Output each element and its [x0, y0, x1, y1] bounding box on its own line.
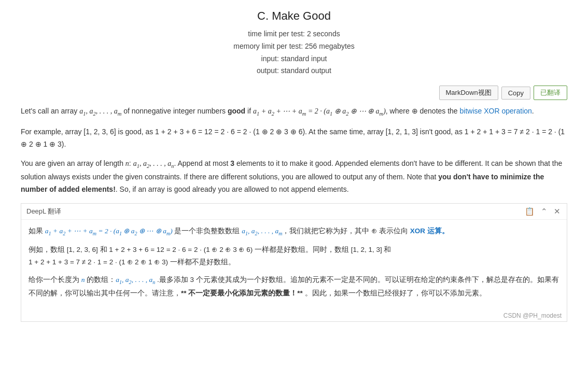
translation-up-icon[interactable]: ⌃: [540, 207, 549, 216]
problem-title: C. Make Good: [21, 9, 567, 23]
paragraph-2: For example, array [1, 2, 3, 6] is good,…: [21, 126, 567, 151]
translation-header-icons: 📋 ⌃ ✕: [524, 207, 562, 216]
math-n: n: [125, 160, 129, 167]
cn-xor: XOR 运算。: [410, 227, 449, 235]
translation-copy-icon[interactable]: 📋: [524, 207, 536, 216]
translation-header: DeepL 翻译 📋 ⌃ ✕: [21, 204, 567, 220]
paragraph-3: You are given an array of length n: a1, …: [21, 158, 567, 195]
time-limit: time limit per test: 2 seconds: [21, 28, 567, 40]
cn-math-2: a1, a2, . . . , am: [242, 227, 282, 235]
math-condition: a1 + a2 + ⋯ + am = 2 · (a1 ⊕ a2 ⊕ ⋯ ⊕ am…: [253, 107, 386, 115]
translation-content: 如果 a1 + a2 + ⋯ + am = 2 · (a1 ⊕ a2 ⊕ ⋯ ⊕…: [21, 220, 567, 310]
cn-paragraph-3: 给你一个长度为 n 的数组：a1, a2, . . . , an .最多添加 3…: [29, 274, 559, 300]
memory-limit: memory limit per test: 256 megabytes: [21, 40, 567, 53]
main-content: C. Make Good time limit per test: 2 seco…: [0, 0, 588, 322]
toolbar: MarkDown视图 Copy 已翻译: [21, 86, 567, 100]
math-array: a1, a2, . . . , an: [133, 160, 174, 167]
cn-paragraph-1: 如果 a1 + a2 + ⋯ + am = 2 · (a1 ⊕ a2 ⊕ ⋯ ⊕…: [29, 225, 559, 238]
cn-paragraph-2: 例如，数组 [1, 2, 3, 6] 和 1 + 2 + 3 + 6 = 12 …: [29, 244, 559, 269]
problem-body: Let's call an array a1, a2, . . . , am o…: [21, 105, 567, 195]
cn-math-1: a1 + a2 + ⋯ + am = 2 · (a1 ⊕ a2 ⊕ ⋯ ⊕ am…: [45, 227, 173, 235]
cn-math-arr: a1, a2, . . . , an: [116, 276, 155, 284]
translation-footer: CSDN @PH_modest: [21, 310, 567, 321]
paragraph-1: Let's call an array a1, a2, . . . , am o…: [21, 105, 567, 119]
markdown-view-button[interactable]: MarkDown视图: [439, 86, 498, 100]
emphasis-text: you don't have to minimize the number of…: [21, 173, 544, 193]
translation-title: DeepL 翻译: [26, 207, 61, 216]
output-info: output: standard output: [21, 65, 567, 77]
translation-close-icon[interactable]: ✕: [553, 207, 562, 216]
page-wrapper: C. Make Good time limit per test: 2 seco…: [0, 0, 588, 368]
cn-math-n: n: [81, 276, 85, 284]
input-info: input: standard input: [21, 53, 567, 65]
math-a1: a1, a2, . . . , am: [79, 107, 121, 115]
copy-button[interactable]: Copy: [501, 87, 530, 100]
problem-meta: time limit per test: 2 seconds memory li…: [21, 28, 567, 77]
cn-emphasis: ** 不一定要最小化添加元素的数量！**: [181, 289, 303, 297]
xor-link[interactable]: bitwise XOR operation: [460, 107, 532, 115]
translation-box: DeepL 翻译 📋 ⌃ ✕ 如果 a1 + a2 + ⋯ + am = 2 ·…: [21, 203, 567, 322]
translated-button[interactable]: 已翻译: [534, 86, 567, 100]
